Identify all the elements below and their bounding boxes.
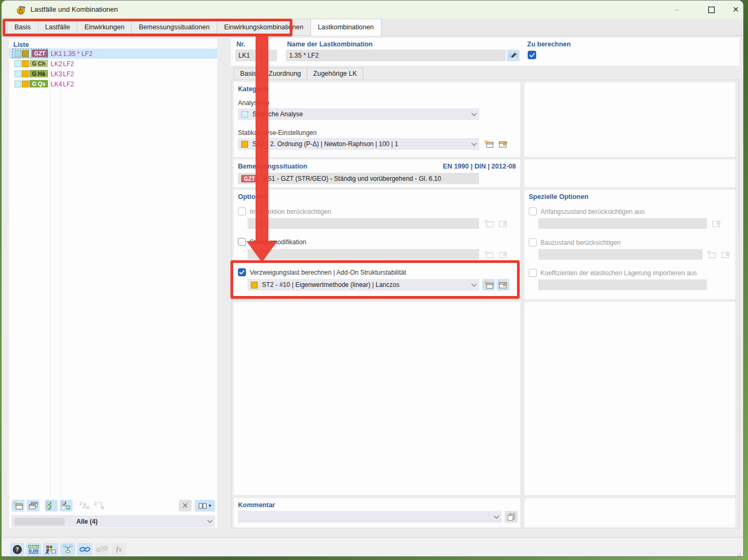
maximize-button[interactable]: [699, 1, 723, 19]
detail-tab-basis[interactable]: Basis: [234, 68, 263, 80]
norm-label: EN 1990 | DIN | 2012-08: [443, 163, 516, 170]
new-strukturmod-button[interactable]: [482, 249, 495, 260]
list-panel: Liste GZT LK1 1.35 * LF2 G Ch LK2 LF2 G …: [9, 39, 217, 528]
broken-chain-icon: [97, 546, 107, 553]
strukturmodifikation-checkbox[interactable]: [238, 238, 246, 246]
stabilitaet-dropdown[interactable]: ST2 - #10 | Eigenwertmethode (linear) | …: [248, 279, 479, 291]
list-row-lk1[interactable]: GZT LK1 1.35 * LF2: [9, 49, 217, 59]
edit-strukturmod-button[interactable]: [497, 249, 510, 260]
anfangszustand-label: Anfangszustand berücksichtigen aus: [540, 208, 644, 215]
compute-checkbox[interactable]: [528, 51, 536, 59]
edit-imperfektion-button[interactable]: [497, 218, 510, 229]
delete-button[interactable]: ✕: [179, 500, 192, 511]
filter-label: Alle (4): [76, 518, 98, 525]
new-stabilitaet-button[interactable]: [482, 279, 495, 291]
edit-statik-button[interactable]: [497, 138, 510, 150]
kategorie-header: Kategorie: [238, 85, 269, 93]
minimize-button[interactable]: –: [665, 1, 689, 19]
renumber-button[interactable]: 2 6: [78, 500, 91, 511]
chain-link-icon: [79, 546, 90, 553]
color-swatch-amber: [22, 81, 29, 87]
kommentar-panel: Kommentar: [234, 498, 520, 527]
close-button[interactable]: ✕: [724, 1, 744, 19]
nr-field[interactable]: LK1: [235, 50, 277, 61]
chevron-down-icon: [208, 518, 213, 523]
new-statik-button[interactable]: [482, 138, 495, 150]
tab-basis[interactable]: Basis: [7, 19, 38, 36]
list-row-lk4[interactable]: G Qs LK4 LF2: [9, 79, 217, 89]
tab-einwirkungskombinationen[interactable]: Einwirkungskombinationen: [217, 19, 311, 36]
rename-button[interactable]: [507, 50, 520, 61]
empty-panel: [524, 498, 735, 527]
maximize-icon: [708, 6, 715, 13]
renumber-shift-button[interactable]: 2 6: [93, 500, 106, 511]
new-item-button[interactable]: [12, 500, 25, 511]
row-badge: G Qs: [29, 80, 48, 87]
detail-tab-zuordnung[interactable]: Zuordnung: [263, 68, 307, 80]
tab-lastfaelle[interactable]: Lastfälle: [38, 19, 78, 36]
statik-dropdown[interactable]: SA2 - 2. Ordnung (P-Δ) | Newton-Raphson …: [238, 138, 479, 150]
new-window-icon: [484, 219, 494, 228]
bemessung-field[interactable]: GZT BS1 - GZT (STR/GEO) - Ständig und vo…: [238, 173, 479, 184]
units-settings-button[interactable]: 0,00: [26, 543, 41, 556]
koeffizienten-checkbox[interactable]: [529, 269, 537, 277]
optionen-panel: Optionen Imperfektion berücksichtigen St…: [234, 190, 520, 299]
name-field[interactable]: 1.35 * LF2: [286, 50, 506, 61]
chevron-down-icon: [494, 513, 499, 518]
new-window-icon: [13, 501, 23, 510]
units-icon: 0,00: [29, 548, 39, 554]
check-icon: [239, 270, 245, 275]
tab-lastkombinationen[interactable]: Lastkombinationen: [311, 19, 381, 36]
toggle-check-icon: [61, 501, 71, 510]
list-filter-dropdown[interactable]: Alle (4): [11, 515, 215, 527]
color-swatch-cyan: [14, 50, 21, 57]
copy-item-button[interactable]: [27, 500, 39, 511]
columns-button[interactable]: ▾: [195, 500, 215, 511]
verzweigungslast-checkbox[interactable]: [238, 268, 246, 276]
new-window-icon: [484, 281, 494, 289]
tab-bemessungssituationen[interactable]: Bemessungssituationen: [132, 19, 217, 36]
unlink-button[interactable]: [94, 543, 109, 556]
fx-icon: fx: [116, 545, 122, 554]
imperfektion-checkbox[interactable]: [238, 207, 246, 215]
caret-icon: ▾: [209, 503, 211, 508]
invert-selection-button[interactable]: [60, 500, 73, 511]
spezielle-header: Spezielle Optionen: [529, 193, 588, 201]
kommentar-combobox[interactable]: [238, 511, 502, 523]
analysetyp-dropdown[interactable]: Statische Analyse: [238, 108, 479, 120]
check-icon: [529, 53, 535, 58]
edit-anfangszustand-button[interactable]: [710, 218, 723, 229]
swap-arrows-icon: [82, 502, 87, 509]
tab-einwirkungen[interactable]: Einwirkungen: [77, 19, 132, 36]
analysetyp-label: Analysetyp: [238, 99, 269, 107]
edit-window-icon: [498, 281, 508, 289]
kommentar-copy-button[interactable]: [505, 511, 518, 523]
relationship-tree-button[interactable]: [60, 543, 75, 556]
row-id: LK3: [51, 70, 62, 78]
new-imperfektion-button[interactable]: [482, 218, 495, 229]
select-all-button[interactable]: [45, 500, 58, 511]
list-header: Liste: [13, 41, 29, 49]
bauzustand-checkbox[interactable]: [529, 238, 537, 246]
formula-button[interactable]: fx: [112, 543, 126, 556]
dialog-window: Lastfälle und Kombinationen – ✕ Basis La…: [1, 0, 744, 557]
link-button[interactable]: [77, 543, 92, 556]
chevron-down-icon: [472, 140, 477, 146]
list-row-lk2[interactable]: G Ch LK2 LF2: [9, 59, 217, 69]
detail-tab-zugehoerige-lk[interactable]: Zugehörige LK: [307, 68, 363, 80]
color-swatch-amber: [22, 50, 29, 57]
edit-stabilitaet-button[interactable]: [497, 279, 510, 291]
spezielle-optionen-panel: Spezielle Optionen Anfangszustand berück…: [524, 190, 735, 299]
resize-grip[interactable]: [736, 553, 741, 557]
new-bauzustand-button[interactable]: [705, 249, 718, 260]
list-row-lk3[interactable]: G Hä LK3 LF2: [9, 69, 217, 79]
info-button[interactable]: ?: [10, 543, 24, 556]
anfangszustand-field: [538, 218, 707, 229]
rfem6-logo-icon: [17, 5, 27, 15]
st-color-swatch: [251, 282, 258, 289]
edit-bauzustand-button[interactable]: [719, 249, 732, 260]
anfangszustand-checkbox[interactable]: [529, 207, 537, 215]
empty-panel: [524, 159, 735, 187]
display-settings-button[interactable]: A: [43, 543, 58, 556]
koeffizienten-label: Koeffizienten der elastischen Lagerung i…: [540, 269, 697, 277]
